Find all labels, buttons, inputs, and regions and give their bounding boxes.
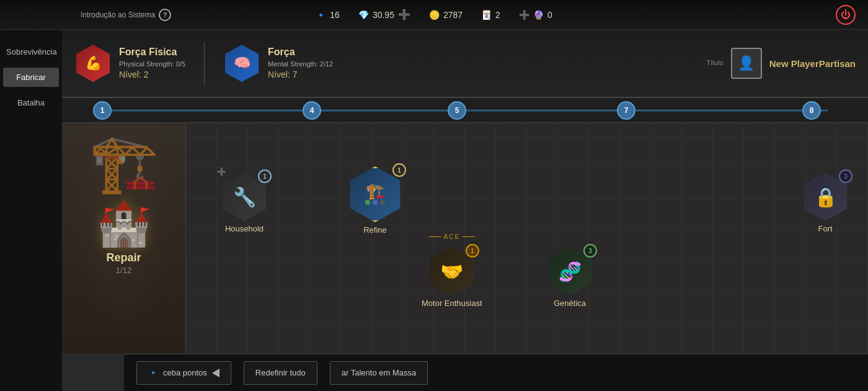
physical-stat-name: Força Física	[119, 45, 185, 59]
level-node-4: 4	[303, 101, 321, 120]
level-node-7: 7	[617, 101, 636, 120]
resource-coins: 🪙 2787	[429, 10, 463, 20]
refine-dot-gray	[380, 200, 385, 205]
fort-skill-name: Fort	[818, 224, 832, 233]
gem-value: 30.95	[373, 10, 394, 20]
bottom-bar: 🔹 ceba pontos Redefinir tudo ar Talento …	[124, 354, 868, 391]
gem-plus-icon[interactable]: ➕	[398, 9, 410, 20]
level-node-5: 5	[448, 101, 466, 120]
refine-inner: 🏗️	[365, 184, 385, 205]
title-label: Título	[706, 58, 724, 68]
card-value: 2	[495, 10, 500, 20]
resource-bullets: 🔹 16	[316, 10, 340, 20]
refine-tower-icon: 🏗️	[366, 184, 384, 199]
sidebar-item-sobrevivencia[interactable]: Sobrevivência	[3, 42, 59, 61]
mental-stat-block: 🧠 Força Mental Strength: 2/12 Nível: 7	[223, 45, 333, 82]
mass-talent-label: ar Talento em Massa	[342, 368, 416, 377]
repair-skill-node[interactable]: 🏰 Repair 1/12	[97, 202, 151, 275]
resource-gems: 💎 30.95 ➕	[358, 9, 410, 20]
motor-skill-node[interactable]: ACE 🤝 1 Motor Enthusiast	[422, 247, 482, 308]
physical-stat-icon: 💪	[74, 45, 112, 82]
orb-icon: 🔮	[533, 10, 544, 20]
household-skill-node[interactable]: 🔧 1 ➕ Household	[220, 173, 268, 233]
mental-stat-info: Força Mental Strength: 2/12 Nível: 7	[268, 45, 333, 81]
sidebar-item-batalha[interactable]: Batalha	[3, 93, 59, 112]
add-points-button[interactable]: 🔹 ceba pontos	[136, 361, 231, 385]
top-bar: Introdução ao Sistema ? 🔹 16 💎 30.95 ➕ 🪙…	[0, 0, 868, 30]
physical-stat-sub: Physical Strength: 0/5	[119, 60, 185, 69]
points-label: ceba pontos	[163, 368, 207, 377]
ace-label: ACE	[443, 233, 460, 240]
ace-label-wrap: ACE	[428, 233, 475, 240]
sidebar-item-fabricar[interactable]: Fabricar	[3, 68, 59, 87]
mental-stat-icon: 🧠	[223, 45, 260, 82]
title-info: Título	[706, 58, 724, 68]
player-name: New PlayerPartisan	[769, 58, 856, 69]
resource-cards: 🃏 2	[481, 10, 500, 20]
refine-dot-blue	[373, 200, 378, 205]
motor-badge: 1	[466, 244, 479, 258]
refine-skill-name: Refine	[363, 225, 387, 235]
intro-label: Introdução ao Sistema	[81, 11, 155, 19]
fort-skill-node[interactable]: 🔒 3 Fort	[801, 173, 849, 233]
physical-stat-block: 💪 Força Física Physical Strength: 0/5 Ní…	[74, 45, 185, 82]
title-block: Título 👤 New PlayerPartisan	[706, 48, 856, 79]
mental-stat-sub: Mental Strength: 2/12	[268, 60, 333, 69]
refine-skill-node[interactable]: 🏗️ 1 Refine	[347, 166, 403, 235]
reset-button[interactable]: Redefinir tudo	[244, 361, 317, 385]
mass-talent-button[interactable]: ar Talento em Massa	[330, 361, 428, 385]
mental-stat-name: Força	[268, 45, 333, 59]
refine-dots	[365, 200, 385, 205]
refine-dot-green	[365, 200, 370, 205]
fort-badge: 3	[839, 169, 852, 183]
household-plus-icon: ➕	[217, 168, 226, 176]
orb-value: 0	[547, 10, 552, 20]
card-icon: 🃏	[481, 10, 492, 20]
repair-skill-name: Repair	[106, 251, 141, 264]
coin-value: 2787	[443, 10, 463, 20]
motor-skill-name: Motor Enthusiast	[422, 299, 482, 308]
power-button-wrap: ⏻	[836, 5, 856, 25]
main-content: 💪 Força Física Physical Strength: 0/5 Ní…	[62, 30, 868, 391]
power-button[interactable]: ⏻	[836, 5, 856, 25]
resource-orbs: ➕ 🔮 0	[519, 10, 552, 20]
genetics-skill-name: Genética	[554, 299, 586, 308]
physical-stat-level: Nível: 2	[119, 69, 185, 81]
repair-bg-figure: 🏗️	[89, 135, 159, 191]
char-header: 💪 Força Física Physical Strength: 0/5 Ní…	[62, 30, 868, 98]
repair-node-area: 🏗️ 🏰 Repair 1/12	[62, 123, 186, 354]
coin-icon: 🪙	[429, 10, 440, 20]
intro-section: Introdução ao Sistema ?	[81, 9, 171, 21]
sobrevivencia-label: Sobrevivência	[6, 47, 57, 56]
level-track: 1 4 5 7 8	[62, 98, 868, 123]
skill-area: 1 4 5 7 8 🏗️ 🏰	[62, 98, 868, 354]
level-node-1: 1	[93, 101, 112, 120]
ace-line-left	[428, 236, 441, 237]
reset-label: Redefinir tudo	[255, 368, 306, 377]
genetics-skill-node[interactable]: 🧬 3 Genética	[546, 247, 594, 308]
repair-icon: 🏰	[97, 202, 151, 245]
household-skill-name: Household	[225, 224, 264, 233]
gem-icon: 💎	[358, 10, 369, 20]
sidebar: Sobrevivência Fabricar Batalha	[0, 30, 62, 391]
genetics-badge: 3	[583, 244, 597, 258]
bullet-value: 16	[330, 10, 340, 20]
triangle-icon	[212, 369, 219, 377]
help-icon[interactable]: ?	[159, 9, 171, 21]
ace-line-right	[463, 236, 475, 237]
mental-stat-level: Nível: 7	[268, 69, 333, 81]
points-icon: 🔹	[148, 368, 158, 377]
orb-plus-icon[interactable]: ➕	[519, 10, 529, 20]
batalha-label: Batalha	[17, 98, 45, 107]
physical-stat-info: Força Física Physical Strength: 0/5 Níve…	[119, 45, 185, 81]
refine-badge: 1	[392, 163, 406, 177]
bullet-icon: 🔹	[316, 10, 326, 20]
level-node-8: 8	[802, 101, 821, 120]
household-badge: 1	[258, 169, 272, 183]
divider-1	[204, 42, 205, 85]
fabricar-label: Fabricar	[16, 73, 46, 82]
avatar: 👤	[731, 48, 762, 79]
repair-skill-progress: 1/12	[116, 266, 131, 275]
